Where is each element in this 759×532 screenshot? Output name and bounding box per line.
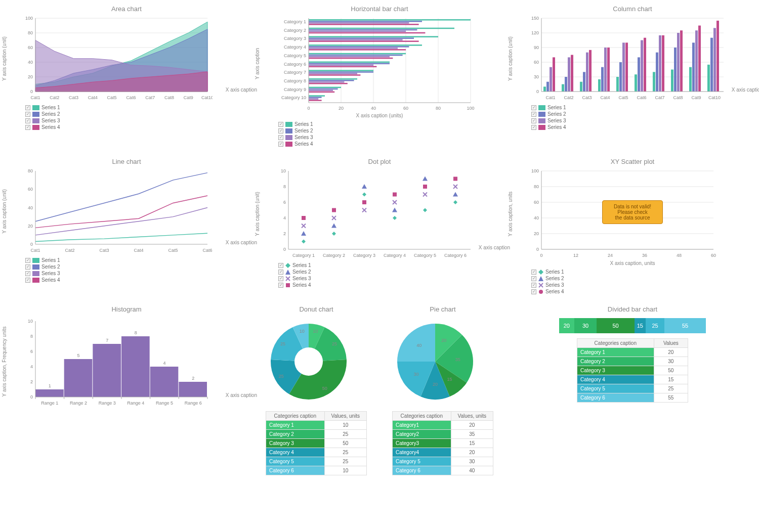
legend-item[interactable]: ✓Series 3 [25, 118, 248, 123]
svg-text:Cat2: Cat2 [65, 248, 74, 253]
svg-text:24: 24 [608, 253, 613, 258]
line-ylabel: Y axis caption (unit) [2, 189, 7, 234]
svg-text:Category 1: Category 1 [284, 19, 306, 24]
svg-rect-64 [309, 66, 376, 68]
svg-text:Cat4: Cat4 [88, 95, 98, 100]
svg-text:Range 4: Range 4 [127, 401, 144, 406]
column-chart: Column chart Y axis caption (unit) 03060… [511, 5, 754, 148]
svg-rect-62 [309, 63, 390, 65]
legend-item[interactable]: ✓Series 3 [278, 135, 501, 140]
dot-plot: 0246810Category 1Category 2Category 3Cat… [273, 168, 476, 259]
area-title: Area chart [5, 5, 248, 13]
svg-rect-39 [309, 24, 419, 25]
svg-text:Category 1: Category 1 [292, 253, 315, 258]
svg-text:0: 0 [307, 106, 310, 111]
legend-item[interactable]: ✓Series 1 [278, 121, 501, 127]
legend-item[interactable]: ✓Series 3 [531, 282, 754, 288]
svg-rect-101 [546, 82, 549, 92]
legend-item[interactable]: ✓Series 2 [25, 264, 248, 270]
svg-rect-249 [179, 382, 207, 397]
legend-item[interactable]: ✓Series 2 [278, 128, 501, 134]
legend-item[interactable]: ✓Series 4 [25, 277, 248, 283]
svg-text:Range 6: Range 6 [185, 401, 202, 406]
svg-text:20: 20 [28, 74, 33, 79]
svg-text:25: 25 [280, 341, 285, 346]
svg-text:80: 80 [28, 168, 33, 173]
svg-text:0: 0 [30, 242, 33, 247]
pie-plot: 203515203040 [385, 316, 486, 407]
svg-rect-184 [332, 208, 336, 212]
svg-rect-245 [150, 367, 179, 397]
legend-item[interactable]: ✓Series 3 [25, 271, 248, 276]
svg-text:100: 100 [25, 16, 33, 21]
svg-text:Range 5: Range 5 [156, 401, 173, 406]
svg-text:Cat4: Cat4 [600, 95, 610, 100]
legend-item[interactable]: ✓Series 1 [25, 105, 248, 110]
svg-rect-183 [302, 216, 306, 220]
svg-rect-110 [580, 82, 582, 92]
legend-item[interactable]: ✓Series 3 [278, 276, 501, 281]
svg-rect-44 [309, 32, 425, 33]
svg-text:Cat7: Cat7 [655, 95, 664, 100]
svg-text:10: 10 [28, 319, 33, 324]
svg-rect-57 [309, 55, 403, 56]
svg-rect-141 [692, 42, 695, 92]
legend-item[interactable]: ✓Series 4 [25, 124, 248, 130]
hbar-xlabel: X axis caption (units) [258, 113, 501, 118]
line-title: Line chart [5, 158, 248, 165]
legend-item[interactable]: ✓Series 2 [25, 111, 248, 117]
legend-item[interactable]: ✓Series 1 [531, 269, 754, 275]
svg-text:8: 8 [283, 184, 286, 189]
legend-item[interactable]: ✓Series 1 [531, 105, 754, 110]
legend-item[interactable]: ✓Series 3 [531, 118, 754, 123]
donut-title: Donut chart [258, 305, 374, 313]
svg-text:10: 10 [300, 329, 305, 334]
svg-text:4: 4 [30, 364, 33, 369]
svg-rect-117 [604, 48, 607, 92]
legend-item[interactable]: ✓Series 2 [531, 111, 754, 117]
legend-item[interactable]: ✓Series 1 [25, 257, 248, 263]
svg-text:60: 60 [534, 200, 539, 205]
legend-item[interactable]: ✓Series 4 [278, 141, 501, 147]
legend-item[interactable]: ✓Series 4 [531, 124, 754, 130]
legend-item[interactable]: ✓Series 2 [278, 269, 501, 275]
svg-text:4: 4 [163, 361, 165, 366]
dot-title: Dot plot [258, 158, 501, 165]
legend-item[interactable]: ✓Series 4 [278, 282, 501, 288]
svg-rect-127 [641, 40, 643, 92]
svg-rect-116 [601, 67, 604, 92]
divided-chart: Divided bar chart 203050152555 Categorie… [511, 305, 754, 475]
hist-ylabel: Y axis caption, Frequency units [2, 327, 7, 397]
svg-rect-186 [393, 193, 397, 197]
svg-rect-84 [309, 100, 322, 101]
svg-marker-172 [332, 232, 336, 236]
svg-rect-77 [309, 88, 338, 90]
svg-rect-69 [309, 74, 360, 76]
svg-text:90: 90 [534, 45, 539, 50]
legend-item[interactable]: ✓Series 4 [531, 289, 754, 294]
svg-text:20: 20 [28, 224, 33, 229]
svg-marker-181 [423, 176, 428, 181]
dot-chart: Dot plot Y axis caption (unit) 0246810Ca… [258, 158, 501, 295]
legend-item[interactable]: ✓Series 1 [278, 262, 501, 268]
svg-text:Category 8: Category 8 [284, 78, 306, 83]
svg-text:25: 25 [332, 341, 337, 346]
svg-rect-113 [589, 50, 592, 92]
dot-legend: ✓Series 1✓Series 2✓Series 3✓Series 4 [278, 262, 501, 288]
svg-rect-118 [607, 48, 610, 92]
svg-rect-52 [309, 46, 409, 48]
svg-text:Cat1: Cat1 [30, 95, 40, 100]
svg-rect-107 [568, 57, 570, 92]
hist-xlabel: X axis caption [226, 392, 257, 398]
svg-text:5: 5 [77, 353, 79, 358]
scatter-ylabel: Y axis caption, units [508, 192, 513, 237]
svg-text:6: 6 [283, 200, 286, 205]
svg-rect-53 [309, 48, 398, 49]
svg-rect-58 [309, 56, 390, 58]
svg-rect-125 [635, 74, 637, 92]
svg-rect-120 [616, 77, 619, 92]
legend-item[interactable]: ✓Series 2 [531, 276, 754, 281]
svg-rect-142 [695, 30, 698, 92]
svg-rect-67 [309, 71, 373, 73]
hbar-legend: ✓Series 1✓Series 2✓Series 3✓Series 4 [278, 121, 501, 147]
